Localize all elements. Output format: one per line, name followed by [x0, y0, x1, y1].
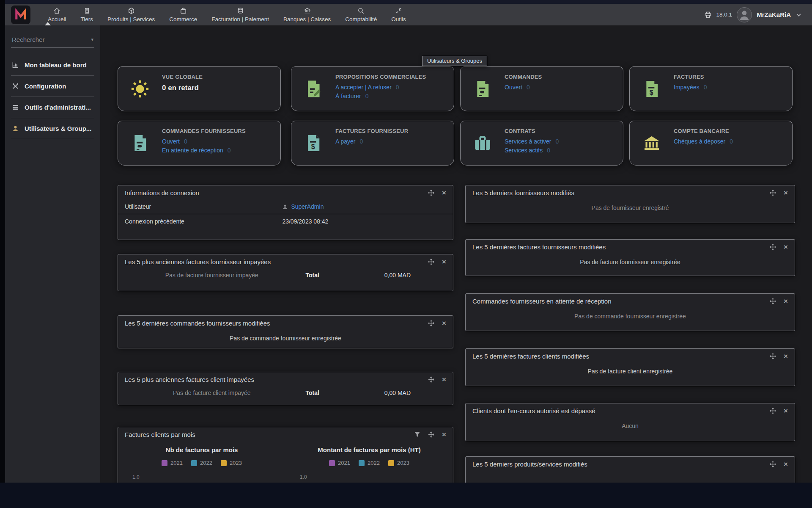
kpi-factures[interactable]: $ FACTURES Impayées0	[629, 66, 793, 111]
kpi-link[interactable]: Impayées	[674, 84, 700, 91]
kpi-count: 0	[555, 138, 559, 145]
kpi-link[interactable]: Ouvert	[162, 138, 180, 145]
move-handle-icon[interactable]	[770, 244, 776, 250]
nav-tiers[interactable]: Tiers	[74, 4, 101, 25]
sidebar-item-dashboard[interactable]: Mon tableau de bord	[11, 55, 94, 76]
widget-factures-clients-par-mois: Factures clients par mois × Nb de factur…	[118, 427, 453, 483]
move-handle-icon[interactable]	[428, 259, 434, 265]
close-icon[interactable]: ×	[442, 320, 446, 327]
kpi-link[interactable]: Services actifs	[505, 147, 543, 154]
kpi-link[interactable]: En attente de réception	[162, 147, 223, 154]
briefcase-icon	[461, 121, 505, 165]
wrench-icon	[395, 7, 402, 14]
kpi-link[interactable]: A accepter | A refuser	[335, 84, 392, 91]
kpi-link[interactable]: À facturer	[335, 93, 361, 99]
search-input[interactable]	[11, 36, 90, 44]
logo-m-icon	[14, 8, 27, 21]
user-menu[interactable]: MrZaKaRiA	[757, 11, 791, 18]
user-icon	[12, 125, 19, 132]
app-logo[interactable]	[11, 6, 30, 24]
kpi-link[interactable]: Ouvert	[505, 84, 522, 91]
magnifier-icon	[357, 7, 365, 14]
bank-icon	[304, 7, 311, 14]
widget-commandes-attente-reception: Commandes fournisseurs en attente de réc…	[465, 293, 795, 331]
document-pencil-icon	[291, 67, 335, 111]
legend-swatch-2022	[359, 460, 365, 466]
bar-chart-icon	[12, 61, 19, 69]
kpi-title: FACTURES FOURNISSEUR	[335, 128, 454, 134]
kpi-title: COMMANDES FOURNISSEURS	[162, 128, 280, 134]
kpi-link[interactable]: Services à activer	[505, 138, 551, 145]
sidebar: ▾ Mon tableau de bord Configuration Outi…	[5, 25, 100, 483]
close-icon[interactable]: ×	[442, 431, 446, 438]
user-mini-icon	[282, 204, 288, 210]
kpi-title: CONTRATS	[505, 128, 623, 134]
widget-dernieres-factures-fournisseurs: Les 5 dernières factures fournisseurs mo…	[465, 239, 795, 276]
sidebar-item-label: Mon tableau de bord	[25, 61, 87, 69]
legend-label: 2022	[368, 460, 380, 466]
kpi-propositions-commerciales[interactable]: PROPOSITIONS COMMERCIALES A accepter | A…	[291, 66, 454, 111]
kpi-compte-bancaire[interactable]: COMPTE BANCAIRE Chèques à déposer0	[629, 121, 793, 166]
close-icon[interactable]: ×	[784, 189, 788, 196]
nav-commerce[interactable]: Commerce	[162, 4, 204, 25]
kpi-commandes-fournisseurs[interactable]: COMMANDES FOURNISSEURS Ouvert0 En attent…	[118, 121, 281, 166]
chevron-down-icon[interactable]	[796, 12, 801, 17]
kpi-count: 0	[527, 84, 530, 91]
widget-factures-fournisseur-impayees: Les 5 plus anciennes factures fournisseu…	[118, 254, 453, 291]
widget-title: Clients dont l'en-cours autorisé est dép…	[472, 407, 595, 414]
widget-commandes-fournisseurs-modifiees: Les 5 dernières commandes fournisseurs m…	[118, 315, 453, 348]
search-dropdown-caret-icon[interactable]: ▾	[90, 37, 94, 42]
kpi-factures-fournisseur[interactable]: $ FACTURES FOURNISSEUR A payer0	[291, 121, 454, 166]
active-tab-caret	[45, 22, 51, 25]
avatar[interactable]	[737, 7, 752, 22]
move-handle-icon[interactable]	[428, 376, 434, 383]
close-icon[interactable]: ×	[442, 376, 446, 383]
nav-label: Commerce	[169, 16, 197, 22]
close-icon[interactable]: ×	[784, 353, 788, 360]
move-handle-icon[interactable]	[770, 408, 776, 414]
widget-title: Les 5 plus anciennes factures client imp…	[125, 376, 254, 383]
nav-facturation-paiement[interactable]: Facturation | Paiement	[204, 4, 276, 25]
nav-produits-services[interactable]: Produits | Services	[100, 4, 162, 25]
close-icon[interactable]: ×	[784, 243, 788, 251]
close-icon[interactable]: ×	[784, 461, 788, 468]
kpi-commandes[interactable]: COMMANDES Ouvert0	[460, 66, 623, 111]
move-handle-icon[interactable]	[770, 190, 776, 196]
kpi-value: 0 en retard	[162, 84, 280, 92]
close-icon[interactable]: ×	[442, 258, 446, 265]
move-handle-icon[interactable]	[770, 461, 776, 467]
nav-banques-caisses[interactable]: Banques | Caisses	[276, 4, 338, 25]
print-button[interactable]	[704, 11, 712, 19]
widget-derniers-fournisseurs: Les 5 derniers fournisseurs modifiés × P…	[465, 185, 795, 223]
close-icon[interactable]: ×	[442, 189, 446, 196]
top-menubar: Accueil Tiers Produits | Services Commer…	[5, 4, 812, 25]
kpi-link[interactable]: Chèques à déposer	[674, 138, 725, 145]
widget-informations-connexion: Informations de connexion × Utilisateur …	[118, 185, 453, 240]
nav-comptabilite[interactable]: Comptabilité	[338, 4, 384, 25]
sidebar-item-users-groups[interactable]: Utilisateurs & Group...	[11, 118, 94, 139]
kpi-count: 0	[396, 84, 399, 91]
nav-outils[interactable]: Outils	[384, 4, 413, 25]
kpi-contrats[interactable]: CONTRATS Services à activer0 Services ac…	[460, 121, 623, 166]
sun-icon	[118, 67, 162, 111]
widget-title: Informations de connexion	[125, 189, 199, 196]
kpi-title: VUE GLOBALE	[162, 74, 280, 80]
kpi-count: 0	[704, 84, 707, 91]
move-handle-icon[interactable]	[428, 190, 434, 196]
superadmin-link[interactable]: SuperAdmin	[291, 203, 324, 210]
close-icon[interactable]: ×	[784, 407, 788, 414]
sidebar-item-admin-tools[interactable]: Outils d'administrati...	[11, 97, 94, 118]
kpi-link[interactable]: A payer	[335, 138, 355, 145]
sidebar-item-configuration[interactable]: Configuration	[11, 76, 94, 97]
filter-icon[interactable]	[414, 431, 420, 438]
move-handle-icon[interactable]	[428, 431, 434, 438]
briefcase-icon	[180, 7, 187, 14]
legend-label: 2021	[338, 460, 350, 466]
close-icon[interactable]: ×	[784, 298, 788, 305]
move-handle-icon[interactable]	[428, 320, 434, 326]
legend-swatch-2021	[162, 460, 167, 466]
move-handle-icon[interactable]	[770, 298, 776, 304]
move-handle-icon[interactable]	[770, 353, 776, 359]
kpi-vue-globale[interactable]: VUE GLOBALE 0 en retard	[118, 66, 281, 111]
widget-title: Les 5 dernières factures fournisseurs mo…	[472, 243, 606, 251]
